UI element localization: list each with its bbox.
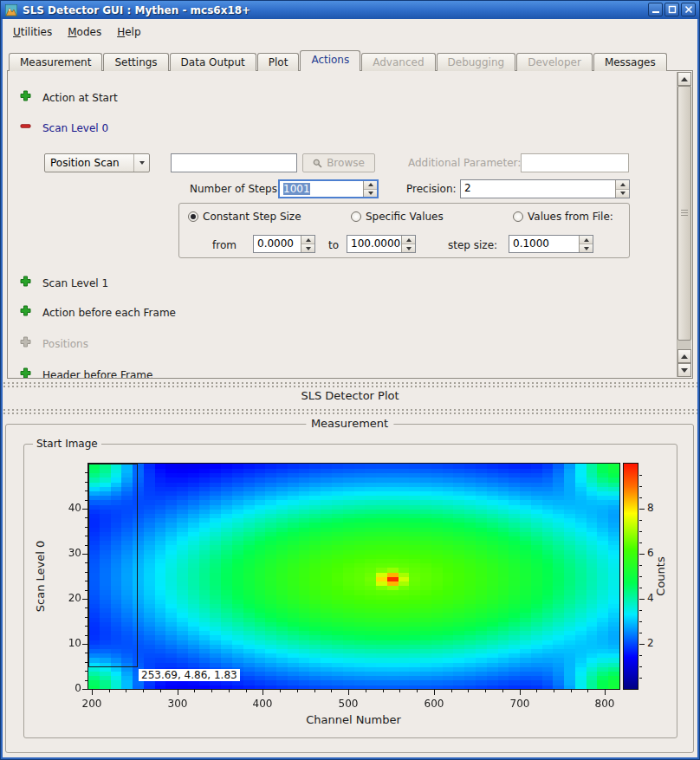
splitter-handle[interactable] [3, 408, 697, 415]
tab-messages[interactable]: Messages [593, 53, 667, 71]
x-tick-label: 500 [331, 698, 366, 710]
heatmap-canvas[interactable] [88, 464, 619, 689]
splitter-handle[interactable] [3, 381, 697, 388]
axis-tick [520, 690, 521, 695]
action-at-start-label[interactable]: Action at Start [42, 92, 118, 104]
axis-tick [85, 527, 88, 528]
close-button[interactable] [681, 3, 696, 16]
spin-buttons [579, 236, 593, 252]
tab-measurement[interactable]: Measurement [9, 53, 102, 71]
axis-tick [85, 590, 88, 591]
axis-tick [639, 599, 645, 600]
spin-up-button[interactable] [580, 236, 593, 244]
vertical-scrollbar[interactable] [677, 72, 691, 377]
arrow-down-icon [681, 368, 688, 376]
y-tick-label: 10 [57, 637, 81, 649]
arrow-up-icon [681, 74, 688, 81]
x-tick-label: 800 [587, 698, 622, 710]
radio-icon[interactable] [351, 211, 361, 222]
tab-settings[interactable]: Settings [103, 53, 168, 71]
step-size-label: step size: [448, 239, 497, 251]
expand-plus-icon[interactable] [20, 367, 31, 379]
axis-tick [639, 509, 645, 510]
from-label: from [212, 239, 237, 251]
to-spinbox[interactable]: 100.0000 [347, 235, 416, 253]
axis-tick [85, 680, 88, 681]
precision-value: 2 [461, 180, 615, 198]
axis-tick [85, 653, 88, 653]
menu-modes[interactable]: Modes [60, 23, 109, 42]
axis-tick [82, 509, 88, 510]
plot-area: Scan Level 0 Counts Channel Number 253.6… [24, 445, 677, 737]
maximize-icon [668, 5, 677, 14]
tab-bar: MeasurementSettingsData OutputPlotAction… [9, 51, 668, 71]
menu-utilities[interactable]: Utilities [5, 23, 60, 42]
axis-tick [502, 690, 503, 692]
position-tracker: 253.69, 4.86, 1.83 [139, 669, 240, 681]
axis-tick [639, 644, 645, 645]
titlebar[interactable]: SLS Detector GUI : Mythen - mcs6x18+ [1, 1, 699, 19]
axis-tick [639, 633, 642, 633]
scan-script-input[interactable] [171, 153, 297, 172]
tab-plot[interactable]: Plot [257, 53, 300, 71]
step-size-value: 0.1000 [509, 236, 579, 252]
y-tick-label: 20 [57, 592, 81, 604]
menu-help[interactable]: Help [109, 23, 148, 42]
maximize-button[interactable] [664, 3, 679, 16]
radio-constant-step-size-label[interactable]: Constant Step Size [203, 211, 301, 223]
spin-up-button[interactable] [402, 236, 415, 244]
actions-tab-panel: Action at Start Scan Level 0 Position Sc… [7, 70, 693, 379]
spin-up-button[interactable] [616, 180, 629, 190]
axis-tick [434, 690, 435, 695]
step-size-spinbox[interactable]: 0.1000 [509, 235, 593, 253]
axis-tick [262, 690, 263, 695]
spin-down-button[interactable] [580, 244, 593, 252]
scan-mode-select[interactable]: Position Scan [44, 153, 150, 172]
spin-down-button[interactable] [402, 244, 415, 252]
collapse-minus-icon[interactable] [20, 120, 31, 132]
scroll-up-button[interactable] [677, 72, 691, 86]
expand-plus-icon[interactable] [20, 305, 31, 316]
radio-selected-icon[interactable] [188, 211, 198, 222]
tab-actions[interactable]: Actions [300, 50, 360, 71]
spin-down-button[interactable] [364, 190, 377, 198]
action-before-each-frame-label[interactable]: Action before each Frame [42, 307, 176, 319]
scrollbar-thumb[interactable] [677, 86, 691, 341]
number-of-steps-spinbox[interactable]: 1001 [278, 179, 379, 198]
from-spinbox[interactable]: 0.0000 [253, 235, 315, 253]
colorbar-canvas [624, 464, 638, 689]
radio-values-from-file[interactable]: Values from File: [513, 211, 613, 223]
expand-plus-icon[interactable] [20, 90, 31, 101]
to-label: to [328, 239, 339, 251]
radio-constant-step-size[interactable]: Constant Step Size [188, 211, 301, 223]
additional-parameter-label: Additional Parameter: [408, 157, 521, 169]
axis-tick [85, 545, 88, 546]
spin-up-button[interactable] [364, 181, 377, 190]
step-mode-groupbox: Constant Step Size Specific Values Value… [178, 203, 630, 258]
radio-specific-values-label[interactable]: Specific Values [366, 211, 444, 223]
precision-spinbox[interactable]: 2 [460, 179, 630, 198]
scan-level-1-label[interactable]: Scan Level 1 [42, 277, 108, 289]
radio-values-from-file-label[interactable]: Values from File: [528, 211, 613, 223]
spin-down-button[interactable] [616, 190, 629, 198]
expand-plus-icon[interactable] [20, 276, 31, 287]
axis-tick [85, 626, 88, 627]
spin-up-button[interactable] [301, 236, 314, 244]
axis-tick [143, 690, 144, 692]
minimize-button[interactable] [648, 3, 663, 16]
header-before-frame-label[interactable]: Header before Frame [42, 369, 152, 379]
scan-level-0-label[interactable]: Scan Level 0 [42, 122, 108, 134]
tab-debugging: Debugging [437, 53, 516, 71]
start-image-groupbox: Start Image Scan Level 0 Counts Channel … [23, 444, 677, 738]
additional-parameter-input[interactable] [521, 153, 629, 172]
axis-tick [571, 690, 572, 692]
tab-data-output[interactable]: Data Output [170, 53, 256, 71]
y-tick-label: 40 [57, 502, 81, 514]
radio-specific-values[interactable]: Specific Values [351, 211, 444, 223]
scroll-down-button[interactable] [677, 363, 691, 377]
spin-down-button[interactable] [301, 244, 314, 252]
scroll-up-button-2[interactable] [677, 349, 691, 363]
axis-tick [639, 576, 642, 577]
radio-icon[interactable] [513, 211, 523, 222]
colorbar-frame [623, 463, 638, 690]
